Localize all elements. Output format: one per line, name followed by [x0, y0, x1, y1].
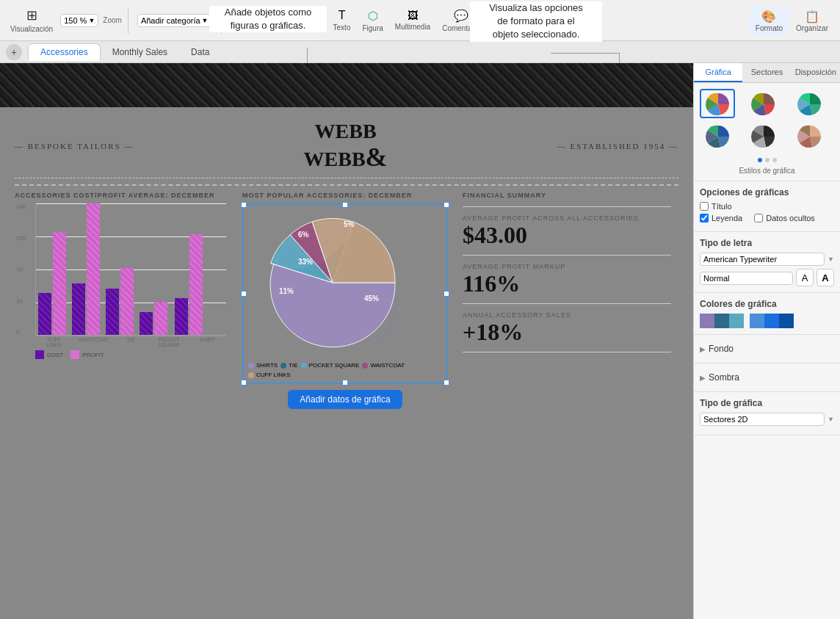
sombra-label: Sombra [709, 372, 739, 383]
tab-accessories[interactable]: Accessories [28, 43, 101, 61]
organize-button[interactable]: 📋 Organizar [790, 7, 834, 35]
tab-data[interactable]: Data [179, 44, 221, 60]
bar-profit-waistcoat [87, 203, 100, 336]
shape-icon: ⬡ [368, 9, 378, 23]
bar-cost-waistcoat [72, 283, 85, 336]
x-labels: CUFF LINKS WAISTCOAT TIE POCKET SQUARE S… [35, 337, 226, 347]
bar-chart-container: ACCESSORIES COST/PROFIT AVERAGE: DECEMBE… [15, 192, 235, 415]
leyenda-row: Leyenda Datos ocultos [700, 214, 834, 225]
chart-style-4[interactable] [700, 121, 735, 151]
chart-icon: 📊 [302, 9, 316, 23]
swatch-group-2 [750, 314, 794, 328]
table-icon: ⊞ [272, 9, 282, 23]
legend-waistcoat-dot [362, 363, 368, 369]
chart-button[interactable]: 📊 Gráfica [293, 9, 325, 32]
chart-type-select[interactable]: Sectores 2D [700, 413, 825, 426]
font-bold-btn[interactable]: A [817, 269, 834, 286]
panel-tab-grafica[interactable]: Gráfica [694, 63, 742, 82]
fin-divider-3 [463, 303, 671, 304]
y-label-0: 0 [16, 329, 26, 336]
financial-title: FINANCIAL SUMMARY [463, 192, 671, 199]
x-label-tie: TIE [117, 337, 145, 347]
chart-style-2[interactable] [745, 89, 781, 118]
titulo-row: Título [700, 202, 834, 211]
handle-tl [241, 202, 247, 208]
font-regular-btn[interactable]: A [796, 269, 814, 286]
chart-style-5[interactable] [745, 121, 781, 151]
color-swatch-5[interactable] [764, 314, 779, 328]
tab-monthly-sales[interactable]: Monthly Sales [101, 44, 179, 60]
chart-style-3[interactable] [792, 89, 827, 118]
x-label-pocketsquare: POCKET SQUARE [155, 337, 183, 347]
panel-collapse-arrow[interactable]: ‹ [693, 333, 694, 350]
leyenda-label: Leyenda [712, 214, 742, 222]
datos-ocultos-label: Datos ocultos [766, 214, 815, 222]
color-swatch-6[interactable] [779, 314, 794, 328]
comment-icon: 💬 [454, 9, 468, 23]
chart-style-1[interactable] [700, 89, 735, 118]
legend-pocketsquare: POCKET SQUARE [301, 362, 360, 369]
bespoke-text: — BESPOKE TAILORS — [15, 142, 134, 151]
canvas-area[interactable]: — BESPOKE TAILORS — WEBB WEBB& — ESTABLI… [0, 63, 693, 619]
add-category-dropdown[interactable]: Añadir categoría ▼ [137, 14, 212, 27]
table-button[interactable]: ⊞ Tabla [264, 9, 290, 32]
handle-br [443, 380, 449, 385]
options-title: Opciones de gráficas [700, 187, 834, 198]
shape-button[interactable]: ⬡ Figura [358, 9, 387, 32]
doc-header: — BESPOKE TAILORS — WEBB WEBB& — ESTABLI… [15, 115, 678, 178]
color-swatch-1[interactable] [700, 314, 714, 328]
handle-ml [241, 291, 247, 297]
chart-options-section: Opciones de gráficas Título Leyenda Dato… [694, 181, 840, 232]
zoom-dropdown[interactable]: 150 % ▼ [60, 14, 98, 27]
pie-group [270, 219, 395, 347]
panel-tab-sectores[interactable]: Sectores [742, 63, 791, 82]
add-tab-button[interactable]: + [6, 44, 22, 60]
fin-divider-2 [463, 255, 671, 256]
zoom-label: Zoom [103, 16, 122, 24]
color-swatch-2[interactable] [714, 314, 729, 328]
dot-2 [765, 158, 770, 162]
legend-pocketsquare-dot [301, 363, 307, 369]
bar-chart-title: ACCESSORIES COST/PROFIT AVERAGE: DECEMBE… [15, 192, 235, 199]
fondo-collapse[interactable]: ▶ Fondo [700, 341, 834, 357]
fondo-label: Fondo [709, 344, 734, 354]
panel-tab-disposicion[interactable]: Disposición [792, 63, 840, 82]
legend-shirts: SHIRTS [248, 362, 278, 369]
chart-style-6[interactable] [792, 121, 827, 151]
font-controls: Normal A A [700, 269, 834, 286]
font-name-select[interactable]: American Typewriter [700, 253, 825, 266]
document-content: — BESPOKE TAILORS — WEBB WEBB& — ESTABLI… [0, 107, 693, 422]
pct-pocketsquare: 11% [279, 287, 294, 295]
sep-1 [128, 7, 128, 34]
text-button[interactable]: T Texto [329, 9, 355, 32]
add-data-button[interactable]: Añadir datos de gráfica [288, 390, 402, 409]
insert-button[interactable]: ⊕ Insertar [228, 7, 261, 33]
comment-button[interactable]: 💬 Comentario [438, 9, 485, 32]
chart-type-arrow: ▼ [828, 416, 834, 423]
pct-tie: 33% [298, 258, 313, 266]
legend-tie: TIE [280, 362, 297, 369]
avg-markup-value: 116% [463, 270, 671, 297]
leyenda-checkbox[interactable] [700, 214, 709, 222]
view-button[interactable]: ⊞ Visualización [6, 7, 57, 33]
format-button[interactable]: 🎨 Formato [750, 7, 789, 35]
handle-bc [342, 380, 348, 385]
datos-ocultos-checkbox[interactable] [754, 214, 763, 222]
titulo-checkbox[interactable] [700, 202, 709, 211]
font-select-arrow: ▼ [828, 256, 834, 263]
bar-group-pocketsquare [140, 302, 167, 336]
color-swatch-3[interactable] [729, 314, 744, 328]
pct-shirts: 45% [364, 294, 379, 303]
legend-cufflinks: CUFF LINKS [248, 372, 291, 378]
color-swatch-4[interactable] [750, 314, 764, 328]
font-name-row: American Typewriter ▼ [700, 253, 834, 266]
media-button[interactable]: 🖼 Multimedia [391, 10, 435, 31]
pie-chart-title: MOST POPULAR ACCESSORIES: DECEMBER [242, 192, 448, 199]
sombra-collapse[interactable]: ▶ Sombra [700, 369, 834, 385]
toolbar: ⊞ Visualización 150 % ▼ Zoom Añadir cate… [0, 0, 840, 41]
x-label-waistcoat: WAISTCOAT [79, 337, 106, 347]
font-section: Tipo de letra American Typewriter ▼ Norm… [694, 232, 840, 293]
font-style-select[interactable]: Normal [700, 272, 793, 285]
collaborate-button[interactable]: 👥 Colaborar [497, 9, 538, 32]
fabric-strip [0, 63, 693, 107]
